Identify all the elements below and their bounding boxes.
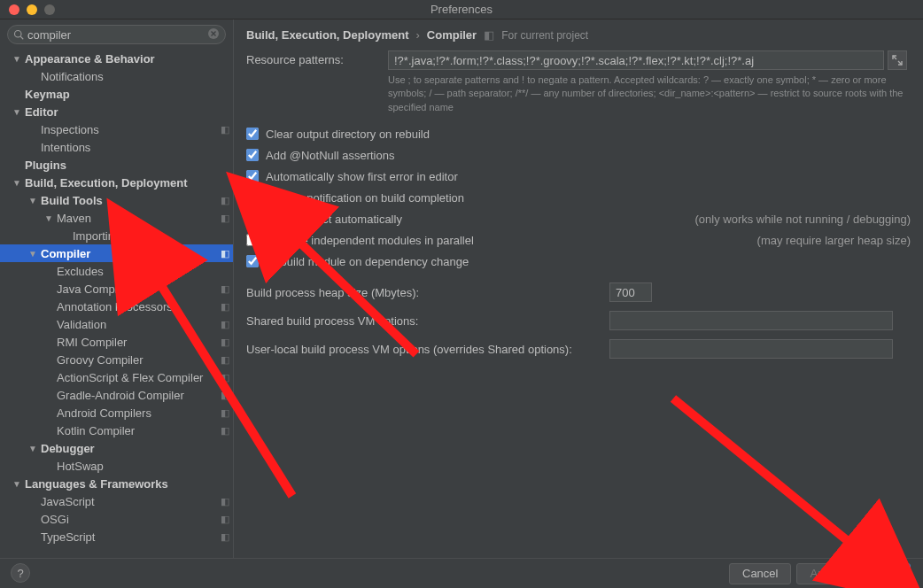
help-button[interactable]: ? (11, 563, 30, 583)
tree-editor[interactable]: ▼Editor (0, 103, 233, 120)
scope-hint: For current project (501, 29, 588, 42)
tree-groovy-compiler[interactable]: Groovy Compiler◧ (0, 351, 233, 368)
check-row-notnull[interactable]: Add @NotNull assertions (246, 144, 911, 166)
window-title: Preferences (0, 3, 923, 16)
chevron-right-icon: › (415, 28, 419, 42)
tree-notifications[interactable]: Notifications (0, 67, 233, 85)
tree-inspections[interactable]: Inspections◧ (0, 120, 233, 138)
resource-patterns-label: Resource patterns: (246, 50, 388, 66)
settings-tree[interactable]: ▼Appearance & Behavior Notifications Key… (0, 48, 233, 558)
check-notnull-label: Add @NotNull assertions (266, 149, 394, 162)
userlocalvm-input[interactable] (609, 339, 893, 359)
tree-maven[interactable]: ▼Maven◧ (0, 209, 233, 227)
tree-kotlin-compiler[interactable]: Kotlin Compiler◧ (0, 422, 233, 439)
tree-excludes[interactable]: Excludes (0, 262, 233, 280)
heap-input[interactable] (609, 282, 652, 302)
tree-languages-frameworks[interactable]: ▼Languages & Frameworks (0, 475, 233, 492)
tree-gradle-android-compiler[interactable]: Gradle-Android Compiler◧ (0, 386, 233, 404)
tree-osgi[interactable]: OSGi◧ (0, 510, 233, 528)
ok-button[interactable]: OK (857, 563, 911, 584)
tree-intentions[interactable]: Intentions (0, 138, 233, 156)
check-row-parallel[interactable]: Compile independent modules in parallel(… (246, 229, 911, 251)
tree-hotswap[interactable]: HotSwap (0, 457, 233, 475)
check-parallel-note: (may require larger heap size) (731, 234, 911, 247)
check-row-rebuilddep[interactable]: Rebuild module on dependency change (246, 251, 911, 272)
tree-build-execution-deployment[interactable]: ▼Build, Execution, Deployment (0, 174, 233, 191)
clear-search-icon[interactable] (207, 27, 220, 43)
check-row-autobuild[interactable]: Make project automatically(only works wh… (246, 208, 911, 229)
check-clear-output[interactable] (246, 128, 259, 140)
check-notify-label: Display notification on build completion (266, 191, 464, 205)
expand-field-button[interactable] (888, 50, 907, 70)
titlebar: Preferences (0, 0, 923, 19)
resource-patterns-hint: Use ; to separate patterns and ! to nega… (388, 74, 911, 114)
tree-keymap[interactable]: Keymap (0, 85, 233, 103)
check-rebuilddep-label: Rebuild module on dependency change (266, 255, 469, 268)
project-scope-icon: ◧ (484, 28, 494, 42)
crumb-bed: Build, Execution, Deployment (246, 28, 408, 42)
tree-compiler[interactable]: ▼Compiler◧ (0, 244, 233, 262)
expand-icon (892, 55, 903, 66)
svg-point-0 (15, 31, 22, 38)
cancel-button[interactable]: Cancel (729, 563, 791, 584)
userlocalvm-label: User-local build process VM options (ove… (246, 343, 609, 356)
tree-java-compiler[interactable]: Java Compiler◧ (0, 280, 233, 298)
tree-validation[interactable]: Validation◧ (0, 315, 233, 333)
tree-actionscript-flex-compiler[interactable]: ActionScript & Flex Compiler◧ (0, 368, 233, 386)
tree-javascript[interactable]: JavaScript◧ (0, 492, 233, 510)
check-parallel-label: Compile independent modules in parallel (266, 234, 474, 247)
help-icon: ? (17, 567, 23, 580)
heap-label: Build process heap size (Mbytes): (246, 286, 609, 299)
check-notify[interactable] (246, 191, 259, 204)
search-icon (13, 29, 24, 40)
tree-android-compilers[interactable]: Android Compilers◧ (0, 404, 233, 422)
tree-importing[interactable]: Importing (0, 227, 233, 244)
check-autobuild-note: (only works while not running / debuggin… (668, 213, 911, 226)
search-field[interactable] (7, 25, 226, 44)
apply-button[interactable]: Apply (796, 563, 852, 584)
check-row-clear[interactable]: Clear output directory on rebuild (246, 123, 911, 144)
button-bar: Cancel Apply OK (0, 558, 923, 588)
sidebar: ▼Appearance & Behavior Notifications Key… (0, 19, 234, 558)
tree-rmi-compiler[interactable]: RMI Compiler◧ (0, 333, 233, 351)
tree-annotation-processors[interactable]: Annotation Processors◧ (0, 298, 233, 315)
check-firsterror-label: Automatically show first error in editor (266, 170, 458, 183)
tree-plugins[interactable]: Plugins (0, 156, 233, 174)
check-autobuild-label: Make project automatically (266, 213, 402, 226)
tree-debugger[interactable]: ▼Debugger (0, 439, 233, 457)
tree-appearance-behavior[interactable]: ▼Appearance & Behavior (0, 50, 233, 67)
svg-line-1 (20, 36, 23, 39)
check-clear-label: Clear output directory on rebuild (266, 128, 430, 141)
sharedvm-input[interactable] (609, 311, 893, 330)
check-rebuilddep[interactable] (246, 255, 259, 267)
crumb-compiler: Compiler (427, 28, 477, 42)
check-firsterror[interactable] (246, 170, 259, 182)
search-input[interactable] (27, 28, 207, 42)
sharedvm-label: Shared build process VM options: (246, 314, 609, 328)
tree-typescript[interactable]: TypeScript◧ (0, 528, 233, 545)
check-notnull[interactable] (246, 149, 259, 161)
check-row-notify[interactable]: Display notification on build completion (246, 187, 911, 208)
check-parallel[interactable] (246, 234, 259, 246)
resource-patterns-input[interactable] (388, 50, 884, 70)
tree-build-tools[interactable]: ▼Build Tools◧ (0, 191, 233, 209)
check-autobuild[interactable] (246, 213, 259, 225)
breadcrumb: Build, Execution, Deployment › Compiler … (246, 27, 911, 50)
check-row-firsterror[interactable]: Automatically show first error in editor (246, 166, 911, 187)
content-pane: Build, Execution, Deployment › Compiler … (234, 19, 923, 558)
